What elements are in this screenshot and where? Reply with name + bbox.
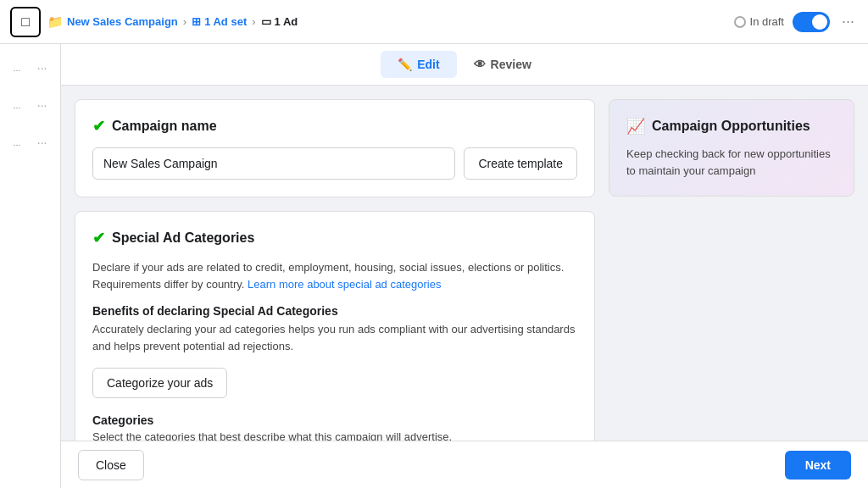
special-ad-heading: Special Ad Categories xyxy=(112,230,254,246)
benefits-title: Benefits of declaring Special Ad Categor… xyxy=(92,304,577,318)
opportunities-title: 📈 Campaign Opportunities xyxy=(626,117,837,136)
learn-more-link[interactable]: Learn more about special ad categories xyxy=(248,278,441,291)
tab-edit-label: Edit xyxy=(417,58,439,71)
bottom-bar: Close Next xyxy=(61,441,868,488)
breadcrumb-adset-label: 1 Ad set xyxy=(204,15,247,28)
sidebar-item-3[interactable]: ... ··· xyxy=(8,125,53,159)
form-panel: ✔ Campaign name Create template ✔ Specia… xyxy=(75,99,595,427)
campaign-name-row: Create template xyxy=(92,147,577,180)
benefits-desc: Accurately declaring your ad categories … xyxy=(92,321,577,354)
opportunities-icon: 📈 xyxy=(626,117,645,136)
tab-edit[interactable]: ✏️ Edit xyxy=(381,51,456,78)
tab-bar: ✏️ Edit 👁 Review xyxy=(61,44,868,86)
content-area: ✏️ Edit 👁 Review ✔ Campaign name xyxy=(61,44,868,488)
sidebar-item-1-text: ... xyxy=(14,63,37,73)
sidebar: ... ··· ... ··· ... ··· xyxy=(0,44,61,488)
categories-label: Categories xyxy=(92,413,577,427)
top-nav: □ 📁 New Sales Campaign › ⊞ 1 Ad set › ▭ … xyxy=(0,0,868,44)
close-button[interactable]: Close xyxy=(78,450,144,480)
right-panel: 📈 Campaign Opportunities Keep checking b… xyxy=(609,99,854,427)
breadcrumb-ad-label: 1 Ad xyxy=(275,15,298,28)
status-circle-icon xyxy=(734,16,746,28)
status-badge: In draft xyxy=(734,15,784,28)
logo: □ xyxy=(10,7,41,37)
toggle-switch[interactable] xyxy=(793,12,830,32)
check-icon-2: ✔ xyxy=(92,229,105,247)
adset-icon: ⊞ xyxy=(192,15,201,28)
breadcrumb-ad[interactable]: ▭ 1 Ad xyxy=(261,15,298,28)
tab-review[interactable]: 👁 Review xyxy=(457,51,548,78)
special-ad-categories-card: ✔ Special Ad Categories Declare if your … xyxy=(75,211,595,441)
breadcrumb-sep-1: › xyxy=(183,15,186,28)
nav-right: In draft ··· xyxy=(734,9,858,34)
status-text: In draft xyxy=(750,15,784,28)
special-ad-description: Declare if your ads are related to credi… xyxy=(92,259,577,292)
categories-sublabel: Select the categories that best describe… xyxy=(92,430,577,441)
breadcrumb-campaign[interactable]: 📁 New Sales Campaign xyxy=(47,14,178,30)
opportunities-heading: Campaign Opportunities xyxy=(652,119,810,134)
sidebar-item-1[interactable]: ... ··· xyxy=(8,51,53,85)
breadcrumb: 📁 New Sales Campaign › ⊞ 1 Ad set › ▭ 1 … xyxy=(47,14,727,30)
sidebar-item-2[interactable]: ... ··· xyxy=(8,88,53,122)
review-icon: 👁 xyxy=(474,58,486,71)
sidebar-item-3-text: ... xyxy=(14,137,37,147)
ad-icon: ▭ xyxy=(261,15,271,28)
breadcrumb-campaign-label: New Sales Campaign xyxy=(67,15,178,28)
more-options-button[interactable]: ··· xyxy=(838,9,858,34)
campaign-name-card: ✔ Campaign name Create template xyxy=(75,99,595,197)
breadcrumb-sep-2: › xyxy=(252,15,255,28)
special-ad-title: ✔ Special Ad Categories xyxy=(92,229,577,247)
create-template-button[interactable]: Create template xyxy=(464,147,577,180)
scroll-content: ✔ Campaign name Create template ✔ Specia… xyxy=(61,86,868,441)
breadcrumb-adset[interactable]: ⊞ 1 Ad set xyxy=(192,15,247,28)
categorize-ads-button[interactable]: Categorize your ads xyxy=(92,368,227,398)
check-icon: ✔ xyxy=(92,117,105,136)
opportunities-description: Keep checking back for new opportunities… xyxy=(626,146,837,179)
opportunities-card: 📈 Campaign Opportunities Keep checking b… xyxy=(609,99,854,197)
campaign-name-heading: Campaign name xyxy=(112,119,217,134)
campaign-name-title: ✔ Campaign name xyxy=(92,117,577,136)
sidebar-dots-1: ··· xyxy=(37,61,47,75)
next-button[interactable]: Next xyxy=(785,451,851,480)
campaign-name-input[interactable] xyxy=(92,147,455,180)
sidebar-dots-3: ··· xyxy=(37,136,47,149)
sidebar-item-2-text: ... xyxy=(14,100,37,110)
main-layout: ... ··· ... ··· ... ··· ✏️ Edit 👁 Review xyxy=(0,44,868,488)
edit-icon: ✏️ xyxy=(398,58,412,71)
tab-review-label: Review xyxy=(491,58,531,71)
folder-icon: 📁 xyxy=(47,14,64,30)
sidebar-dots-2: ··· xyxy=(37,98,47,112)
